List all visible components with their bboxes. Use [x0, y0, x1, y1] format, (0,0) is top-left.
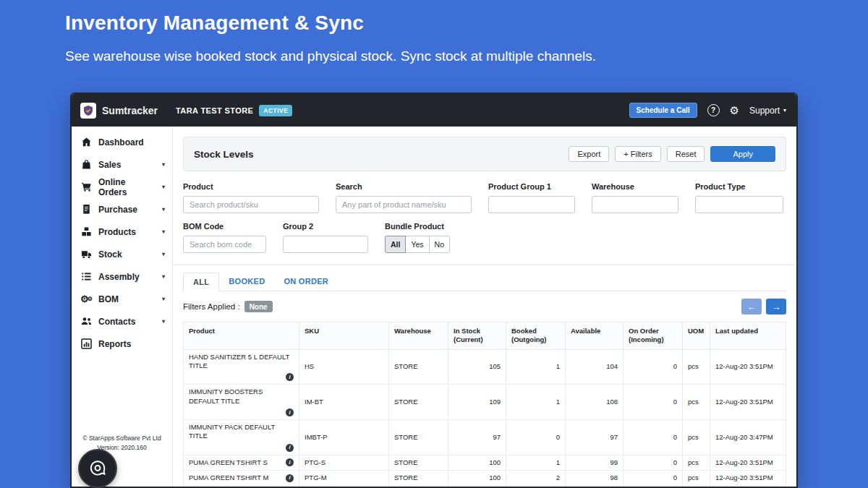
uom-cell: pcs [683, 455, 710, 470]
table-row[interactable]: HAND SANITIZER 5 L DEFAULT TITLEiHSSTORE… [184, 349, 786, 385]
table-row[interactable]: IMMUNITY BOOSTERS DEFAULT TITLEiIM-BTSTO… [184, 385, 786, 420]
sku-cell: PTG-M [299, 471, 389, 486]
status-badge: ACTIVE [259, 105, 292, 116]
sku-cell: PTG-S [299, 455, 389, 470]
on_order-cell: 0 [624, 420, 683, 455]
filter-panel: Product Search Product Group 1 Ware [173, 171, 796, 253]
info-icon[interactable]: i [286, 458, 294, 466]
sidebar-item-purchase[interactable]: Purchase▾ [72, 198, 172, 221]
on_order-cell: 0 [624, 349, 683, 385]
sidebar-item-bom[interactable]: ⚙⚙BOM▾ [72, 288, 172, 310]
filters-applied-row: Filters Applied : None ← → [173, 299, 796, 314]
sidebar-item-label: Products [98, 227, 136, 237]
sidebar-item-sales[interactable]: Sales▾ [72, 153, 172, 176]
bundle-option-all[interactable]: All [385, 236, 406, 253]
chevron-down-icon: ▾ [162, 161, 165, 168]
truck-icon [81, 249, 92, 260]
info-icon[interactable]: i [286, 444, 294, 452]
last-updated-cell: 12-Aug-20 3:47PM [710, 420, 786, 455]
filters-applied-badge: None [244, 301, 273, 312]
header-actions: Export + Filters Reset Apply [569, 146, 775, 162]
sidebar-item-label: Online Orders [98, 177, 156, 197]
product-cell: PUMA GREEN TSHIRT Mi [184, 471, 299, 486]
pagination: ← → [741, 299, 786, 314]
sidebar-item-assembly[interactable]: Assembly▾ [72, 265, 172, 288]
sku-cell: IMBT-P [299, 420, 389, 455]
available-cell: 97 [566, 420, 624, 455]
sidebar-item-contacts[interactable]: Contacts▾ [72, 310, 172, 333]
previous-page-button[interactable]: ← [741, 299, 762, 314]
last-updated-cell: 12-Aug-20 3:51PM [710, 486, 786, 487]
table-row[interactable]: PUMA GREEN TSHIRT SiPTG-SSTORE1001990pcs… [184, 455, 786, 470]
sidebar-item-online-orders[interactable]: Online Orders▾ [72, 176, 172, 198]
product-type-input[interactable] [695, 196, 783, 213]
schedule-call-button[interactable]: Schedule a Call [629, 103, 697, 118]
export-button[interactable]: Export [569, 146, 609, 162]
window-body: DashboardSales▾Online Orders▾Purchase▾Pr… [72, 127, 796, 487]
apply-button[interactable]: Apply [710, 146, 775, 162]
bundle-option-yes[interactable]: Yes [405, 236, 429, 253]
tab-on-order[interactable]: ON ORDER [274, 273, 338, 291]
info-icon[interactable]: i [286, 474, 294, 482]
sidebar-item-products[interactable]: Products▾ [72, 221, 172, 243]
sidebar-item-reports[interactable]: Reports [72, 333, 172, 355]
support-menu[interactable]: Support ▾ [749, 106, 786, 116]
help-icon[interactable]: ? [707, 104, 720, 116]
bundle-product-segment: AllYesNo [385, 236, 450, 253]
sidebar-item-stock[interactable]: Stock▾ [72, 243, 172, 265]
sidebar-item-label: Reports [98, 339, 131, 349]
warehouse-cell: STORE [389, 471, 448, 486]
gear-icon[interactable]: ⚙ [730, 105, 739, 116]
chevron-down-icon: ▾ [162, 318, 165, 325]
on_order-cell: 0 [624, 486, 683, 487]
bom-code-input[interactable] [183, 236, 266, 253]
tab-all[interactable]: ALL [183, 273, 219, 291]
sidebar-item-dashboard[interactable]: Dashboard [72, 131, 172, 153]
gears-icon: ⚙⚙ [81, 294, 92, 304]
warehouse-filter: Warehouse [592, 182, 678, 213]
table-row[interactable]: PUMA GREEN TSHIRT LiPTG-LSTORE1001990pcs… [184, 486, 786, 487]
bundle-option-no[interactable]: No [429, 236, 450, 253]
bom-code-label: BOM Code [183, 222, 266, 231]
next-page-button[interactable]: → [766, 299, 786, 314]
product-group1-input[interactable] [488, 196, 575, 213]
filters-button[interactable]: + Filters [615, 146, 660, 162]
last-updated-cell: 12-Aug-20 3:51PM [710, 455, 786, 470]
product-filter-input[interactable] [183, 196, 319, 213]
search-filter-input[interactable] [336, 196, 472, 213]
chat-widget-button[interactable] [78, 449, 117, 488]
warehouse-cell: STORE [389, 385, 448, 420]
on_order-cell: 0 [624, 471, 683, 486]
app-window: Sumtracker TARA TEST STORE ACTIVE Schedu… [70, 93, 798, 488]
shopping-bag-icon [81, 159, 92, 170]
top-navbar: Sumtracker TARA TEST STORE ACTIVE Schedu… [72, 94, 796, 127]
sidebar-footer: © StarApps Software Pvt Ltd Version: 202… [72, 434, 172, 453]
in_stock-cell: 109 [448, 385, 506, 420]
bundle-product-filter: Bundle Product AllYesNo [385, 222, 450, 253]
brand: Sumtracker [72, 103, 173, 119]
chevron-down-icon: ▾ [162, 273, 165, 280]
chevron-down-icon: ▾ [162, 251, 165, 257]
table-body: HAND SANITIZER 5 L DEFAULT TITLEiHSSTORE… [184, 349, 786, 487]
copyright-text: © StarApps Software Pvt Ltd [72, 434, 172, 444]
people-icon [81, 316, 92, 327]
tab-booked[interactable]: BOOKED [219, 273, 274, 291]
uom-cell: pcs [683, 385, 710, 420]
group2-input[interactable] [283, 236, 368, 253]
in_stock-cell: 105 [448, 349, 506, 385]
booked-cell: 2 [506, 471, 566, 486]
sidebar-item-label: Contacts [98, 317, 135, 327]
column-header: Warehouse [389, 322, 448, 350]
table-row[interactable]: PUMA GREEN TSHIRT MiPTG-MSTORE1002980pcs… [184, 471, 786, 486]
warehouse-filter-input[interactable] [592, 196, 678, 213]
product-cell: HAND SANITIZER 5 L DEFAULT TITLEi [184, 349, 299, 385]
product-name: IMMUNITY PACK DEFAULT TITLE [189, 423, 294, 441]
table-row[interactable]: IMMUNITY PACK DEFAULT TITLEiIMBT-PSTORE9… [184, 420, 786, 455]
sku-cell: PTG-L [299, 486, 389, 487]
info-icon[interactable]: i [286, 408, 294, 416]
info-icon[interactable]: i [286, 373, 294, 381]
sidebar: DashboardSales▾Online Orders▾Purchase▾Pr… [72, 127, 173, 487]
last-updated-cell: 12-Aug-20 3:51PM [710, 349, 786, 385]
in_stock-cell: 100 [448, 486, 506, 487]
reset-button[interactable]: Reset [667, 146, 705, 162]
